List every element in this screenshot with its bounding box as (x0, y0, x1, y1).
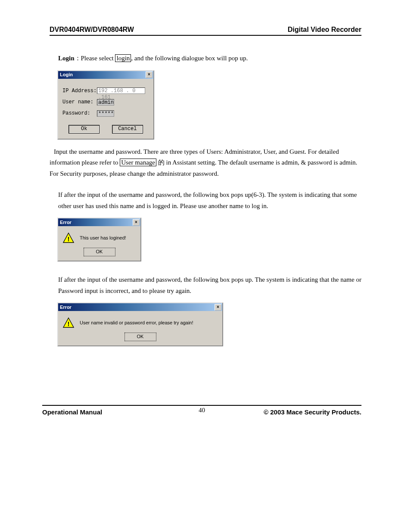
paragraph-2: Input the username and password. There a… (50, 146, 361, 180)
page-number: 40 (199, 407, 205, 414)
login-text1: Please select (81, 55, 115, 62)
page-footer: Operational Manual 40 © 2003 Mace Securi… (42, 408, 361, 416)
warning-icon: ! (62, 317, 75, 328)
error2-message: User name invalid or password error, ple… (80, 319, 193, 327)
footer-divider (42, 405, 361, 406)
footer-right: © 2003 Mace Security Products. (264, 408, 361, 416)
close-icon[interactable]: × (133, 219, 140, 226)
password-input[interactable]: ***** (97, 110, 114, 117)
password-label: Password: (62, 109, 97, 118)
login-button-row: Ok Cancel (62, 125, 149, 134)
error1-title: Error (60, 218, 72, 227)
svg-text:!: ! (68, 320, 70, 327)
login-titlebar: Login × (58, 71, 153, 79)
login-dialog-title: Login (60, 71, 73, 79)
page-header: DVR0404RW/DVR0804RW Digital Video Record… (50, 26, 361, 36)
warning-icon: ! (62, 232, 75, 243)
login-dialog: Login × IP Address: 192 .168 . 0 .161 Us… (57, 70, 154, 140)
error-dialog-2: Error × ! User name invalid or password … (57, 302, 223, 346)
header-right: Digital Video Recorder (288, 26, 361, 34)
error2-body: ! User name invalid or password error, p… (58, 311, 222, 330)
ip-address-row: IP Address: 192 .168 . 0 .161 (62, 87, 149, 95)
ok-button[interactable]: Ok (68, 125, 100, 134)
login-bold: Login (58, 55, 75, 62)
header-left: DVR0404RW/DVR0804RW (50, 26, 134, 34)
paragraph-3: If after the input of the username and p… (50, 190, 361, 212)
error1-message: This user has logined! (80, 234, 126, 242)
close-icon[interactable]: × (146, 72, 153, 78)
error-dialog-1: Error × ! This user has logined! OK (57, 218, 141, 261)
password-row: Password: ***** (62, 109, 149, 118)
ok-button[interactable]: OK (125, 333, 156, 341)
error1-titlebar: Error × (58, 218, 140, 226)
error1-body: ! This user has logined! (58, 226, 140, 245)
username-input[interactable]: admin (97, 99, 114, 106)
login-boxed-word: login (115, 54, 131, 62)
login-text2: , and the following dialogue box will po… (131, 55, 248, 62)
close-icon[interactable]: × (215, 304, 221, 311)
error2-title: Error (60, 303, 72, 311)
ip-address-input[interactable]: 192 .168 . 0 .161 (97, 87, 145, 94)
paragraph-4: If after the input of the username and p… (50, 274, 361, 296)
login-dialog-body: IP Address: 192 .168 . 0 .161 User name:… (58, 79, 153, 139)
ok-button[interactable]: OK (84, 248, 115, 256)
error1-button-row: OK (58, 245, 140, 261)
error2-titlebar: Error × (58, 303, 222, 311)
document-body: Login：Please select login, and the follo… (50, 36, 361, 346)
login-intro-paragraph: Login：Please select login, and the follo… (50, 53, 361, 64)
username-label: User name: (62, 98, 97, 106)
ip-address-label: IP Address: (62, 87, 97, 95)
colon: ： (75, 55, 81, 62)
username-row: User name: admin (62, 98, 149, 106)
user-manage-boxed: User manage (120, 159, 156, 166)
cancel-button[interactable]: Cancel (112, 125, 143, 134)
footer-left: Operational Manual (42, 408, 102, 416)
error2-button-row: OK (58, 330, 222, 345)
svg-text:!: ! (68, 235, 70, 243)
